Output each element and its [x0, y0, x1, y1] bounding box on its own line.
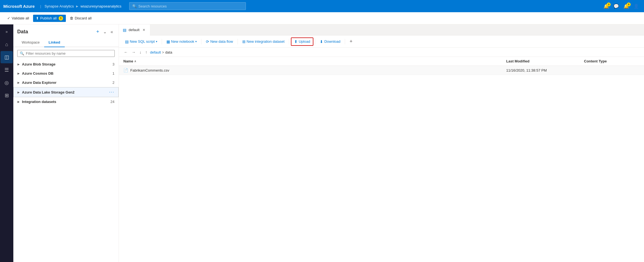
validate-all-button[interactable]: ✓ Validate all: [4, 15, 32, 22]
tree-item-count: 3: [113, 62, 114, 66]
separator-3: [238, 39, 238, 44]
tree-item-label: Azure Data Lake Storage Gen2: [22, 90, 107, 94]
new-data-flow-label: New data flow: [210, 39, 233, 44]
briefcase-icon: ⊞: [5, 92, 9, 99]
column-name[interactable]: Name ∧: [123, 59, 506, 63]
publish-all-label: Publish all: [40, 16, 57, 20]
new-data-flow-button[interactable]: ⟳ New data flow: [203, 38, 236, 45]
tree-item-azure-blob[interactable]: ▶ Azure Blob Storage 3: [13, 60, 119, 69]
breadcrumb-separator-icon: >: [162, 50, 164, 54]
tab-linked[interactable]: Linked: [44, 38, 65, 47]
nav-up-button[interactable]: ↑: [144, 49, 148, 55]
tree-item-label: Azure Blob Storage: [22, 62, 110, 66]
filter-input[interactable]: [26, 51, 112, 56]
sort-icon: ∧: [134, 60, 136, 63]
content-tab-default[interactable]: ▤ default ✕: [119, 24, 150, 36]
topbar-divider: |: [40, 4, 41, 8]
chevron-right-icon: ▶: [18, 63, 20, 66]
add-item-button[interactable]: +: [95, 28, 101, 36]
publish-icon: ⬆: [36, 16, 39, 20]
publish-badge: 1: [59, 16, 63, 21]
workspace-breadcrumb[interactable]: wsazuresynapseanalytics: [81, 4, 121, 8]
discard-all-button[interactable]: 🗑 Discard all: [67, 15, 94, 22]
profile-button[interactable]: 👤: [632, 2, 641, 10]
data-panel: Data + ⌄ « Workspace Linked 🔍: [13, 24, 119, 262]
tree-item-integration-datasets[interactable]: ▶ Integration datasets 24: [13, 97, 119, 106]
separator-6: [345, 39, 345, 44]
nav-back-button[interactable]: ←: [123, 49, 129, 55]
database-icon: ◫: [4, 54, 9, 60]
topbar-icon-group: 🔔 3 💬 🔔 5 👤: [602, 2, 641, 10]
column-type[interactable]: Content Type: [584, 59, 640, 63]
upload-label: Upload: [299, 39, 310, 44]
sidebar-expand-toggle[interactable]: »: [1, 26, 13, 38]
tree-item-cosmos-db[interactable]: ▶ Azure Cosmos DB 1: [13, 69, 119, 78]
chevron-right-icon: ▶: [18, 72, 20, 75]
sidebar-item-data[interactable]: ◫: [1, 51, 13, 63]
filter-row: 🔍: [13, 47, 119, 60]
notifications-button[interactable]: 🔔 3: [602, 2, 611, 10]
alerts-badge: 5: [627, 2, 631, 6]
download-label: Download: [324, 39, 340, 44]
feedback-button[interactable]: 💬: [612, 2, 621, 10]
search-box[interactable]: 🔍 Search resources: [129, 2, 246, 10]
tree-item-data-lake[interactable]: ▶ Azure Data Lake Storage Gen2 ···: [13, 87, 119, 97]
sidebar-item-monitor[interactable]: ◎: [1, 77, 13, 89]
nav-forward-button[interactable]: →: [131, 49, 137, 55]
content-tab-close-button[interactable]: ✕: [142, 28, 146, 32]
new-sql-script-label: New SQL script: [130, 39, 155, 44]
panel-close-button[interactable]: «: [109, 28, 115, 36]
monitor-icon: ◎: [4, 80, 9, 86]
column-modified[interactable]: Last Modified: [506, 59, 584, 63]
profile-icon: 👤: [633, 4, 639, 9]
table-row[interactable]: 📄 FabrikamComments.csv 11/16/2020, 11:38…: [119, 66, 644, 75]
new-integration-dataset-button[interactable]: ⊞ New integration dataset: [239, 38, 288, 45]
sidebar-item-develop[interactable]: ☰: [1, 64, 13, 76]
publish-all-button[interactable]: ⬆ Publish all 1: [33, 15, 66, 22]
upload-button[interactable]: ⬆ Upload: [291, 37, 313, 46]
new-notebook-button[interactable]: ▦ New notebook ▾: [164, 38, 199, 45]
chevron-right-icon: ▶: [18, 91, 20, 94]
sql-caret-icon: ▾: [156, 40, 157, 43]
separator-1: [162, 39, 162, 44]
tree-item-count: 24: [111, 100, 114, 104]
data-panel-title: Data: [17, 29, 93, 35]
tab-workspace[interactable]: Workspace: [17, 38, 44, 47]
action-bar: ▤ New SQL script ▾ ▦ New notebook ▾ ⟳ Ne…: [119, 36, 644, 48]
trash-icon: 🗑: [70, 16, 73, 20]
alerts-button[interactable]: 🔔 5: [622, 2, 631, 10]
chevron-right-icon: ▶: [18, 81, 20, 84]
content-area: ▤ default ✕ ▤ New SQL script ▾ ▦ New not…: [119, 24, 644, 262]
sql-icon: ▤: [125, 39, 129, 44]
tree-item-label: Integration datasets: [22, 100, 108, 104]
checkmark-icon: ✓: [7, 16, 10, 20]
download-button[interactable]: ⬇ Download: [317, 38, 343, 45]
breadcrumb-sep-icon: ▶: [76, 5, 78, 8]
chevron-left-icon: «: [111, 29, 113, 34]
synapse-breadcrumb[interactable]: Synapse Analytics: [44, 4, 74, 8]
separator-5: [315, 39, 315, 44]
breadcrumb-item-default[interactable]: default: [150, 50, 161, 54]
search-icon: 🔍: [132, 4, 137, 8]
data-panel-header: Data + ⌄ «: [13, 24, 119, 38]
notifications-badge: 3: [607, 2, 611, 6]
sidebar-item-manage[interactable]: ⊞: [1, 89, 13, 102]
notebook-caret-icon: ▾: [195, 40, 197, 43]
collapse-button[interactable]: ⌄: [101, 28, 108, 36]
tree-item-count: 2: [113, 80, 114, 85]
more-actions-button[interactable]: +: [347, 37, 355, 46]
chevron-right-icon: ▶: [18, 100, 20, 103]
breadcrumb-path: default > data: [150, 50, 172, 54]
data-panel-actions: + ⌄ «: [95, 28, 115, 36]
filter-input-wrap: 🔍: [17, 50, 115, 57]
nav-down-button[interactable]: ↓: [138, 49, 143, 55]
sidebar-item-home[interactable]: ⌂: [1, 38, 13, 51]
new-sql-script-button[interactable]: ▤ New SQL script ▾: [122, 38, 160, 45]
more-options-icon[interactable]: ···: [109, 90, 114, 95]
tree-item-data-explorer[interactable]: ▶ Azure Data Explorer 2: [13, 78, 119, 87]
breadcrumb-item-data: data: [165, 50, 172, 54]
download-icon: ⬇: [320, 39, 323, 44]
file-modified-cell: 11/16/2020, 11:38:57 PM: [506, 68, 584, 72]
dataflow-icon: ⟳: [206, 39, 209, 44]
file-table: Name ∧ Last Modified Content Type 📄 Fabr…: [119, 57, 644, 262]
